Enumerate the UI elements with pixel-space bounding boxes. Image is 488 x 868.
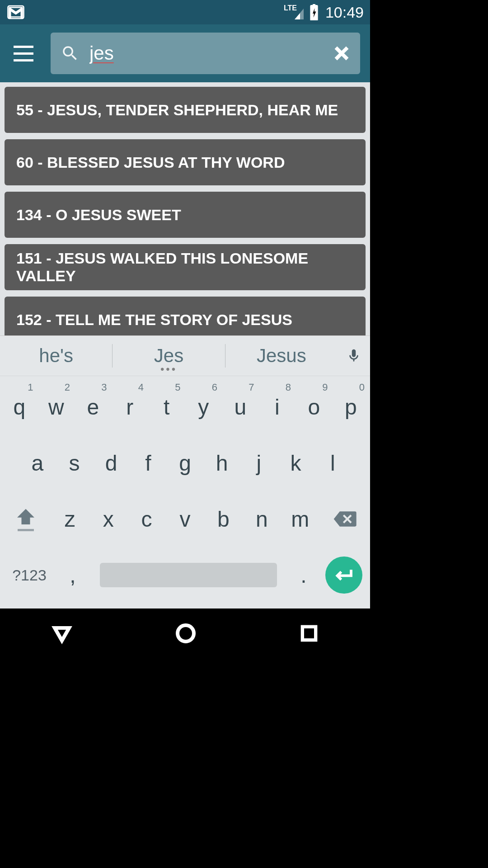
key-e[interactable]: 3e (75, 379, 112, 435)
enter-key[interactable] (322, 557, 366, 594)
soft-keyboard: he's Jes ••• Jesus 1q 2w 3e 4r 5t 6y (0, 335, 370, 609)
cellular-signal-icon: LTE (284, 4, 305, 20)
period-key[interactable]: . (285, 563, 322, 588)
search-icon (61, 44, 80, 63)
key-i[interactable]: 8i (259, 379, 296, 435)
notification-area (6, 3, 25, 22)
keyboard-row-1: 1q 2w 3e 4r 5t 6y 7u 8i 9o 0p (1, 379, 369, 435)
key-q[interactable]: 1q (1, 379, 38, 435)
result-label: 60 - BLESSED JESUS AT THY WORD (16, 154, 285, 171)
back-icon[interactable] (51, 623, 73, 644)
key-n[interactable]: n (243, 491, 281, 547)
key-o[interactable]: 9o (296, 379, 333, 435)
voice-input-icon[interactable] (338, 346, 370, 366)
result-item[interactable]: 151 - JESUS WALKED THIS LONESOME VALLEY (5, 244, 366, 290)
suggestion-item-primary[interactable]: Jes ••• (113, 345, 225, 367)
symbols-key[interactable]: ?123 (5, 566, 54, 584)
suggestion-item[interactable]: he's (0, 345, 112, 367)
search-box[interactable] (51, 33, 360, 74)
key-c[interactable]: c (127, 491, 166, 547)
key-k[interactable]: k (277, 435, 314, 491)
result-item[interactable]: 55 - JESUS, TENDER SHEPHERD, HEAR ME (5, 87, 366, 133)
key-j[interactable]: j (240, 435, 277, 491)
more-suggestions-icon[interactable]: ••• (160, 363, 177, 376)
result-label: 151 - JESUS WALKED THIS LONESOME VALLEY (16, 250, 354, 285)
key-x[interactable]: x (89, 491, 127, 547)
menu-icon[interactable] (10, 40, 37, 67)
key-g[interactable]: g (167, 435, 204, 491)
key-d[interactable]: d (93, 435, 130, 491)
result-item[interactable]: 134 - O JESUS SWEET (5, 192, 366, 238)
status-time: 10:49 (325, 4, 364, 21)
key-l[interactable]: l (314, 435, 351, 491)
search-input[interactable] (80, 42, 333, 64)
key-u[interactable]: 7u (222, 379, 259, 435)
result-label: 152 - TELL ME THE STORY OF JESUS (16, 311, 292, 329)
shift-key[interactable] (1, 491, 51, 547)
svg-rect-9 (302, 627, 315, 640)
keyboard-row-4: ?123 , . (1, 547, 369, 603)
keyboard-row-2: a s d f g h j k l (1, 435, 369, 491)
svg-point-8 (178, 625, 194, 642)
clear-search-icon[interactable] (333, 45, 350, 62)
suggestion-bar: he's Jes ••• Jesus (0, 336, 370, 376)
comma-key[interactable]: , (54, 563, 91, 588)
key-r[interactable]: 4r (112, 379, 149, 435)
key-p[interactable]: 0p (333, 379, 370, 435)
result-item[interactable]: 60 - BLESSED JESUS AT THY WORD (5, 139, 366, 185)
recent-apps-icon[interactable] (299, 623, 319, 643)
status-bar: LTE 10:49 (0, 0, 370, 24)
suggestion-item[interactable]: Jesus (225, 345, 338, 367)
svg-text:LTE: LTE (284, 4, 297, 12)
key-m[interactable]: m (281, 491, 319, 547)
status-tray: LTE 10:49 (284, 4, 364, 21)
gmail-notification-icon (6, 3, 25, 22)
result-label: 55 - JESUS, TENDER SHEPHERD, HEAR ME (16, 101, 338, 119)
key-f[interactable]: f (130, 435, 167, 491)
key-h[interactable]: h (203, 435, 240, 491)
key-v[interactable]: v (166, 491, 204, 547)
key-a[interactable]: a (19, 435, 56, 491)
key-t[interactable]: 5t (148, 379, 185, 435)
result-label: 134 - O JESUS SWEET (16, 206, 181, 224)
keyboard-row-3: z x c v b n m (1, 491, 369, 547)
key-w[interactable]: 2w (38, 379, 75, 435)
key-s[interactable]: s (56, 435, 93, 491)
key-y[interactable]: 6y (185, 379, 222, 435)
toolbar (0, 24, 370, 82)
battery-charging-icon (309, 4, 319, 20)
space-key[interactable] (91, 563, 285, 587)
key-b[interactable]: b (204, 491, 243, 547)
result-item[interactable]: 152 - TELL ME THE STORY OF JESUS (5, 297, 366, 335)
backspace-key[interactable] (319, 491, 369, 547)
search-results-list: 55 - JESUS, TENDER SHEPHERD, HEAR ME 60 … (0, 82, 370, 335)
navigation-bar (0, 609, 370, 658)
key-z[interactable]: z (51, 491, 89, 547)
home-icon[interactable] (175, 623, 197, 644)
